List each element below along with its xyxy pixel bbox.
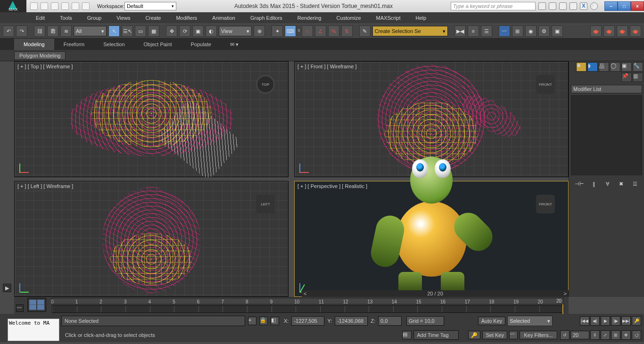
- modifier-stack[interactable]: [571, 95, 642, 175]
- select-region-rect-button[interactable]: ▭: [135, 25, 146, 37]
- layers-button[interactable]: ☰: [481, 25, 492, 37]
- menu-rendering[interactable]: Rendering: [290, 12, 329, 24]
- viewport-perspective[interactable]: [ + ] [ Perspective ] [ Realistic ] FRON…: [294, 181, 569, 297]
- menu-customize[interactable]: Customize: [329, 12, 369, 24]
- tab-objectpaint[interactable]: Object Paint: [134, 39, 182, 50]
- stack-remove-icon[interactable]: ✖: [618, 180, 625, 188]
- teapot1-icon[interactable]: 🫖: [590, 25, 602, 37]
- menu-group[interactable]: Group: [80, 12, 109, 24]
- undo-button[interactable]: ↶: [3, 25, 14, 37]
- key-tangent-icon[interactable]: 〰: [509, 331, 518, 339]
- next-frame-button[interactable]: |▶: [611, 316, 620, 326]
- stack-unique-icon[interactable]: ∀: [604, 180, 611, 188]
- app-menu-button[interactable]: MAX: [0, 0, 26, 12]
- auto-key-button[interactable]: Auto Key: [478, 317, 506, 325]
- track-bar[interactable]: 01234567891011121314151617181920: [52, 305, 564, 313]
- prev-frame-button[interactable]: ◀|: [590, 316, 600, 326]
- redo-button[interactable]: ↷: [16, 25, 27, 37]
- cmdpanel-tab-motion-icon[interactable]: ◯: [610, 62, 620, 72]
- goto-start-button[interactable]: |◀◀: [580, 316, 589, 326]
- coord-z-field[interactable]: 0,0: [378, 316, 402, 326]
- nav-orbit-icon[interactable]: ⭯: [632, 330, 641, 340]
- menu-edit[interactable]: Edit: [28, 12, 52, 24]
- time-config-loop-icon[interactable]: ↺: [560, 330, 570, 340]
- panel-polygon-modeling[interactable]: Polygon Modeling: [14, 51, 66, 60]
- link-button[interactable]: ⛓: [34, 25, 45, 37]
- viewcube-persp[interactable]: FRONT: [536, 195, 555, 213]
- viewport-expand-button[interactable]: ▶: [3, 284, 11, 292]
- menu-grapheditors[interactable]: Graph Editors: [243, 12, 290, 24]
- align-button[interactable]: ≡: [468, 25, 479, 37]
- teapot3-icon[interactable]: 🫖: [617, 25, 628, 37]
- viewport-left[interactable]: [ + ] [ Left ] [ Wireframe ] LEFT: [14, 181, 289, 297]
- scale-button[interactable]: ▣: [192, 25, 204, 37]
- viewport-persp-label[interactable]: [ + ] [ Perspective ] [ Realistic ]: [297, 183, 367, 189]
- tab-freeform[interactable]: Freeform: [54, 39, 94, 50]
- qat-save-icon[interactable]: [51, 2, 58, 10]
- select-by-name-button[interactable]: ☰↖: [122, 25, 133, 37]
- stack-show-icon[interactable]: ‖: [591, 180, 598, 188]
- percent-snap-button[interactable]: %: [328, 25, 339, 37]
- cmdpanel-config-icon[interactable]: ▥: [633, 73, 643, 82]
- manipulate-button[interactable]: ✦: [272, 25, 283, 37]
- menu-views[interactable]: Views: [109, 12, 138, 24]
- mirror-button[interactable]: ▶◀: [454, 25, 466, 37]
- tab-populate[interactable]: Populate: [181, 39, 220, 50]
- menu-maxscript[interactable]: MAXScript: [369, 12, 408, 24]
- qat-undo-icon[interactable]: [61, 2, 69, 10]
- cmdpanel-tab-modify-icon[interactable]: ◗: [587, 62, 598, 72]
- angle-snap-button[interactable]: ∠: [315, 25, 326, 37]
- viewport-top[interactable]: [ + ] [ Top ] [ Wireframe ] TOP: [14, 61, 289, 177]
- rotate-button[interactable]: ⟳: [179, 25, 190, 37]
- key-mode-icon[interactable]: 🔑: [632, 316, 641, 326]
- named-sets-edit-button[interactable]: ✎: [359, 25, 371, 37]
- teapot2-icon[interactable]: 🫖: [603, 25, 615, 37]
- infocenter-search-input[interactable]: Type a keyword or phrase: [451, 2, 536, 10]
- goto-end-button[interactable]: ▶▶|: [621, 316, 631, 326]
- exchange-apps-icon[interactable]: [559, 2, 567, 10]
- nav-pan-icon[interactable]: ✥: [621, 330, 631, 340]
- material-editor-button[interactable]: ◉: [525, 25, 537, 37]
- nav-zoom-all-icon[interactable]: ⊞: [611, 330, 620, 340]
- viewport-top-label[interactable]: [ + ] [ Top ] [ Wireframe ]: [17, 64, 73, 69]
- viewport-left-label[interactable]: [ + ] [ Left ] [ Wireframe ]: [17, 183, 73, 189]
- tab-selection[interactable]: Selection: [94, 39, 134, 50]
- hscroll-left-icon[interactable]: <: [304, 291, 306, 296]
- menu-animation[interactable]: Animation: [205, 12, 243, 24]
- bind-spacewarp-button[interactable]: ≋: [60, 25, 72, 37]
- cmdpanel-tab-utilities-icon[interactable]: 🔧: [633, 62, 643, 72]
- named-selection-combo[interactable]: Create Selection Se: [372, 26, 448, 36]
- qat-open-icon[interactable]: [41, 2, 48, 10]
- selection-lock-icon[interactable]: ⌖: [248, 317, 256, 325]
- set-key-big-icon[interactable]: 🔑: [468, 331, 480, 339]
- move-button[interactable]: ✥: [166, 25, 177, 37]
- cmdpanel-tab-create-icon[interactable]: ✺: [576, 62, 586, 72]
- current-frame-field[interactable]: 20: [570, 331, 589, 339]
- stack-config-icon[interactable]: ☰: [631, 180, 638, 188]
- viewcube-top[interactable]: TOP: [256, 75, 275, 94]
- cmdpanel-tab-hierarchy-icon[interactable]: 品: [599, 62, 609, 72]
- menu-create[interactable]: Create: [138, 12, 168, 24]
- menu-help[interactable]: Help: [408, 12, 434, 24]
- tab-modeling[interactable]: Modeling: [14, 39, 54, 50]
- nav-zoom-icon[interactable]: ⤢: [601, 330, 610, 340]
- key-filters-button[interactable]: Key Filters...: [520, 331, 557, 339]
- snap-toggle-button[interactable]: ∩: [302, 25, 313, 37]
- time-slider[interactable]: 20: [52, 298, 564, 304]
- coord-y-field[interactable]: -12436,068: [335, 316, 368, 326]
- select-object-button[interactable]: ↖: [108, 25, 120, 37]
- autodesk-x-icon[interactable]: X: [580, 2, 587, 10]
- viewport-hscrollbar[interactable]: < 20 / 20 >: [302, 290, 569, 297]
- keyboard-shortcut-override-button[interactable]: ⌨: [285, 25, 296, 37]
- window-crossing-button[interactable]: ▦: [148, 25, 159, 37]
- window-close-button[interactable]: ×: [631, 1, 644, 11]
- window-minimize-button[interactable]: –: [604, 1, 618, 11]
- menu-tools[interactable]: Tools: [52, 12, 80, 24]
- selection-filter-combo[interactable]: All: [74, 26, 107, 36]
- menu-modifiers[interactable]: Modifiers: [168, 12, 205, 24]
- stack-pin-icon[interactable]: ⊣⊢: [575, 180, 584, 188]
- qat-link-icon[interactable]: [82, 2, 90, 10]
- workspace-combo[interactable]: Default: [124, 2, 176, 10]
- key-filters-selected-combo[interactable]: Selected: [507, 316, 553, 326]
- time-tag-icon[interactable]: ▤: [402, 331, 412, 339]
